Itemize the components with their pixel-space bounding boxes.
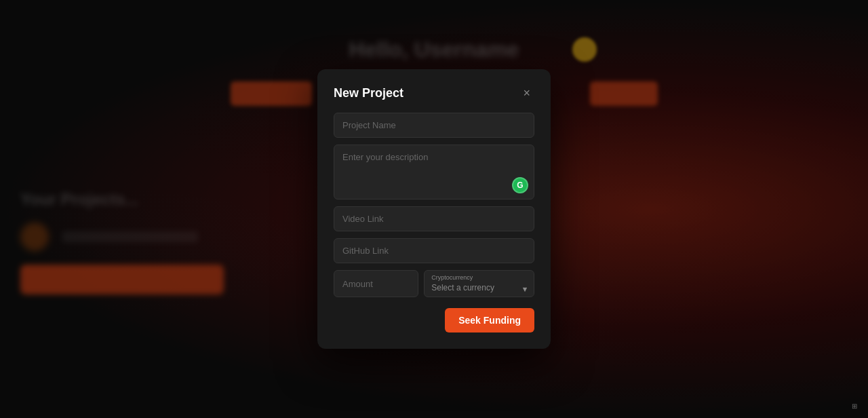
modal-footer: Seek Funding bbox=[334, 308, 534, 332]
description-wrapper: G bbox=[334, 145, 534, 200]
seek-funding-button[interactable]: Seek Funding bbox=[445, 308, 534, 332]
video-link-group bbox=[334, 206, 534, 231]
corner-icon: ⊞ bbox=[852, 402, 857, 410]
currency-field: Cryptocurrency Select a currency Bitcoin… bbox=[424, 270, 534, 297]
cryptocurrency-label: Cryptocurrency bbox=[425, 271, 534, 281]
modal-title: New Project bbox=[334, 86, 403, 100]
description-input[interactable] bbox=[334, 145, 534, 196]
modal-overlay: New Project × G bbox=[0, 0, 868, 418]
close-button[interactable]: × bbox=[519, 86, 534, 100]
project-name-input[interactable] bbox=[334, 113, 534, 138]
amount-currency-group: Cryptocurrency Select a currency Bitcoin… bbox=[334, 270, 534, 297]
currency-wrapper: Cryptocurrency Select a currency Bitcoin… bbox=[424, 270, 534, 297]
github-link-group bbox=[334, 238, 534, 263]
currency-select-wrapper: Select a currency Bitcoin (BTC) Ethereum… bbox=[425, 281, 534, 297]
modal-header: New Project × bbox=[334, 86, 534, 100]
new-project-modal: New Project × G bbox=[317, 69, 551, 349]
github-link-input[interactable] bbox=[334, 238, 534, 263]
amount-field bbox=[334, 270, 418, 297]
project-name-group bbox=[334, 113, 534, 138]
grammarly-icon[interactable]: G bbox=[512, 177, 528, 193]
amount-input[interactable] bbox=[334, 270, 418, 297]
video-link-input[interactable] bbox=[334, 206, 534, 231]
cryptocurrency-select[interactable]: Select a currency Bitcoin (BTC) Ethereum… bbox=[425, 282, 534, 297]
description-group: G bbox=[334, 145, 534, 200]
